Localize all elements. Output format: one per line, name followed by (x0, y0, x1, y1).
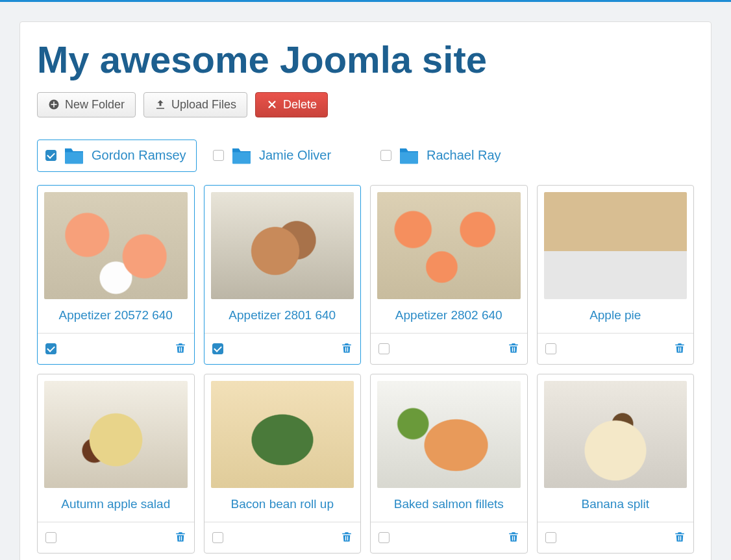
folder-card[interactable]: Gordon Ramsey (37, 140, 197, 172)
file-thumbnail[interactable] (44, 381, 188, 488)
svg-rect-2 (51, 104, 57, 106)
trash-icon (508, 530, 519, 545)
trash-icon (341, 530, 353, 545)
trash-icon (674, 341, 686, 356)
file-name[interactable]: Autumn apple salad (38, 488, 194, 522)
file-footer (538, 334, 694, 364)
trash-icon (508, 341, 519, 356)
file-card[interactable]: Appetizer 2802 640 (370, 185, 528, 365)
file-thumbnail[interactable] (377, 381, 521, 488)
trash-icon (674, 530, 686, 545)
file-thumbnail[interactable] (211, 192, 354, 299)
file-footer (204, 334, 361, 364)
file-card[interactable]: Banana split (537, 374, 695, 554)
trash-icon (341, 341, 353, 356)
folder-card[interactable]: Jamie Oliver (204, 140, 364, 172)
upload-icon (155, 99, 166, 110)
file-card[interactable]: Apple pie (537, 185, 695, 365)
delete-file-button[interactable] (674, 341, 686, 356)
file-grid: Appetizer 20572 640Appetizer 2801 640App… (37, 185, 694, 554)
folder-checkbox[interactable] (45, 150, 56, 161)
new-folder-button[interactable]: New Folder (37, 92, 136, 117)
delete-file-button[interactable] (508, 530, 519, 545)
file-footer (538, 522, 694, 553)
file-footer (38, 334, 194, 364)
file-thumbnail[interactable] (377, 192, 521, 299)
media-manager-panel: My awesome Joomla site New Folder Upload… (19, 21, 712, 560)
folder-card[interactable]: Rachael Ray (372, 140, 532, 172)
file-name[interactable]: Banana split (538, 488, 694, 522)
delete-file-button[interactable] (175, 530, 186, 545)
close-icon (266, 99, 278, 110)
file-thumbnail[interactable] (544, 192, 688, 299)
trash-icon (175, 530, 186, 545)
file-card[interactable]: Baked salmon fillets (370, 374, 528, 554)
file-checkbox[interactable] (378, 343, 390, 354)
folder-checkbox[interactable] (380, 150, 391, 161)
file-name[interactable]: Appetizer 2801 640 (204, 299, 361, 334)
upload-files-label: Upload Files (171, 98, 236, 112)
file-card[interactable]: Autumn apple salad (37, 374, 195, 554)
trash-icon (175, 341, 186, 356)
folder-icon (63, 147, 85, 165)
new-folder-label: New Folder (65, 98, 125, 112)
file-thumbnail[interactable] (44, 192, 188, 299)
file-footer (371, 522, 527, 553)
page-title: My awesome Joomla site (37, 39, 694, 80)
file-checkbox[interactable] (378, 532, 390, 543)
delete-label: Delete (283, 98, 317, 112)
folder-icon (230, 147, 253, 165)
file-checkbox[interactable] (212, 343, 223, 354)
toolbar: New Folder Upload Files Delete (37, 92, 694, 117)
file-thumbnail[interactable] (544, 381, 688, 488)
folder-icon (398, 147, 420, 165)
folder-list: Gordon RamseyJamie OliverRachael Ray (37, 140, 694, 172)
file-card[interactable]: Appetizer 2801 640 (204, 185, 362, 365)
file-card[interactable]: Appetizer 20572 640 (37, 185, 195, 365)
file-checkbox[interactable] (545, 532, 556, 543)
file-checkbox[interactable] (45, 343, 56, 354)
upload-files-button[interactable]: Upload Files (143, 92, 247, 117)
folder-checkbox[interactable] (213, 150, 224, 161)
file-footer (38, 522, 194, 553)
file-name[interactable]: Baked salmon fillets (371, 488, 527, 522)
folder-name[interactable]: Gordon Ramsey (92, 148, 186, 163)
delete-file-button[interactable] (175, 341, 186, 356)
file-checkbox[interactable] (45, 532, 56, 543)
file-footer (371, 334, 527, 364)
file-checkbox[interactable] (212, 532, 223, 543)
delete-file-button[interactable] (341, 341, 353, 356)
file-name[interactable]: Apple pie (538, 299, 694, 334)
file-name[interactable]: Bacon bean roll up (204, 488, 361, 522)
delete-button[interactable]: Delete (255, 92, 328, 117)
file-card[interactable]: Bacon bean roll up (204, 374, 362, 554)
folder-name[interactable]: Jamie Oliver (259, 148, 331, 163)
file-thumbnail[interactable] (211, 381, 354, 488)
file-footer (204, 522, 361, 553)
delete-file-button[interactable] (508, 341, 519, 356)
delete-file-button[interactable] (674, 530, 686, 545)
top-accent-bar (0, 0, 731, 2)
file-name[interactable]: Appetizer 2802 640 (371, 299, 527, 334)
file-name[interactable]: Appetizer 20572 640 (38, 299, 194, 334)
delete-file-button[interactable] (341, 530, 353, 545)
plus-circle-icon (48, 99, 60, 110)
file-checkbox[interactable] (545, 343, 556, 354)
folder-name[interactable]: Rachael Ray (427, 148, 501, 163)
